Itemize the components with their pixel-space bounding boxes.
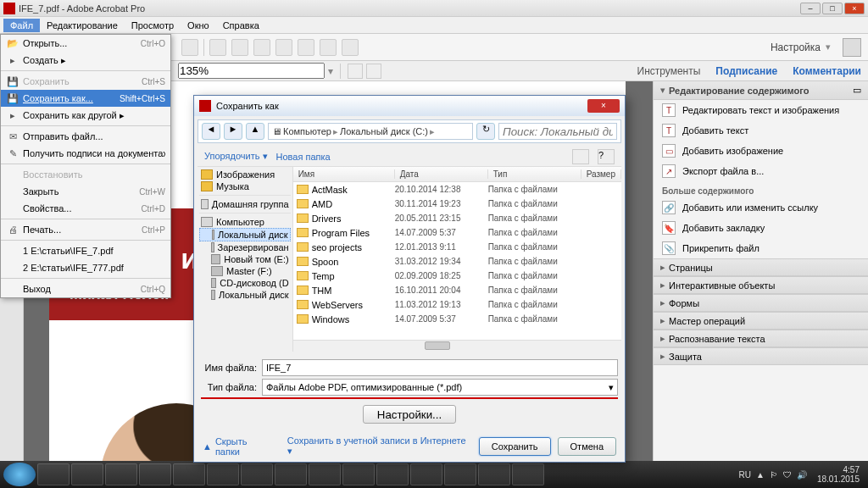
start-button[interactable] xyxy=(3,463,36,486)
sidebar-item[interactable]: Музыка xyxy=(199,180,291,192)
col-name[interactable]: Имя xyxy=(293,169,395,179)
panel-section[interactable]: ▸Распознавание текста xyxy=(654,330,868,347)
task-item[interactable] xyxy=(478,463,510,485)
panel-section[interactable]: ▸Мастер операций xyxy=(654,312,868,330)
menu-file[interactable]: Файл xyxy=(3,19,40,32)
file-menu-item[interactable]: Свойства... Ctrl+D xyxy=(1,200,170,217)
viewmode-button[interactable] xyxy=(572,149,589,164)
task-item[interactable] xyxy=(71,463,103,485)
store-online-link[interactable]: Сохранить в учетной записи в Интернете ▾ xyxy=(287,435,472,457)
tab-comments[interactable]: Комментарии xyxy=(793,65,861,77)
panel-section[interactable]: ▸Формы xyxy=(654,294,868,312)
view-mode-icon[interactable] xyxy=(348,64,363,79)
file-row[interactable]: Temp02.09.2009 18:25Папка с файлами xyxy=(293,269,621,283)
tool-open-icon[interactable] xyxy=(181,39,198,56)
newfolder-button[interactable]: Новая папка xyxy=(276,152,331,162)
sidebar-drive[interactable]: Новый том (E:) xyxy=(199,253,291,265)
refresh-button[interactable]: ↻ xyxy=(476,123,495,140)
help-button[interactable]: ? xyxy=(598,149,615,164)
tool-search-icon[interactable] xyxy=(231,39,248,56)
tray-lang[interactable]: RU xyxy=(739,470,751,480)
tool-text-icon[interactable] xyxy=(298,39,314,56)
menu-help[interactable]: Справка xyxy=(216,19,266,32)
file-row[interactable]: Program Files14.07.2009 5:37Папка с файл… xyxy=(293,225,621,240)
nav-up-button[interactable]: ▲ xyxy=(246,123,264,140)
organize-button[interactable]: Упорядочить ▾ xyxy=(204,151,268,162)
breadcrumb[interactable]: 🖥 Компьютер▸ Локальный диск (C:)▸ xyxy=(268,123,473,140)
panel-action[interactable]: ↗ Экспорт файла в... xyxy=(654,161,868,181)
file-menu-item[interactable]: 💾 Сохранить как... Shift+Ctrl+S xyxy=(1,90,170,107)
tool-export-icon[interactable] xyxy=(253,39,270,56)
save-button[interactable]: Сохранить xyxy=(479,437,551,456)
task-item[interactable] xyxy=(275,463,307,485)
sidebar-drive[interactable]: Локальный диск xyxy=(199,289,291,301)
task-item[interactable] xyxy=(139,463,171,485)
tray-clock[interactable]: 4:5718.01.2015 xyxy=(812,465,865,484)
tray-icon[interactable]: 🛡 xyxy=(783,470,792,480)
panel-action[interactable]: 🔗 Добавить или изменить ссылку xyxy=(654,197,868,218)
panel-action[interactable]: T Редактировать текст и изображения xyxy=(654,100,868,120)
nav-fwd-button[interactable]: ► xyxy=(224,123,242,140)
panel-action[interactable]: T Добавить текст xyxy=(654,120,868,141)
task-item[interactable] xyxy=(309,463,341,485)
minimize-button[interactable]: – xyxy=(800,3,821,14)
file-row[interactable]: AMD30.11.2014 19:23Папка с файлами xyxy=(293,197,621,211)
zoom-input[interactable] xyxy=(178,63,325,79)
menu-view[interactable]: Просмотр xyxy=(125,19,181,32)
file-row[interactable]: seo projects12.01.2013 9:11Папка с файла… xyxy=(293,240,621,254)
panel-section[interactable]: ▸Страницы xyxy=(654,258,868,276)
expand-button[interactable] xyxy=(843,38,861,57)
view-mode2-icon[interactable] xyxy=(366,64,381,79)
file-menu-item[interactable]: 1 E:\статьи\IFE_7.pdf xyxy=(1,242,170,259)
cancel-button[interactable]: Отмена xyxy=(558,437,616,456)
sidebar-drive[interactable]: Master (F:) xyxy=(199,265,291,277)
task-item[interactable] xyxy=(173,463,205,485)
filename-input[interactable] xyxy=(262,359,618,376)
panel-section[interactable]: ▸Интерактивные объекты xyxy=(654,276,868,294)
tray-icon[interactable]: ▲ xyxy=(756,470,765,480)
file-menu-item[interactable]: ✉ Отправить файл... xyxy=(1,128,170,145)
col-size[interactable]: Размер xyxy=(581,169,621,179)
file-menu-item[interactable]: ▸ Сохранить как другой ▸ xyxy=(1,107,170,124)
sidebar-item[interactable]: Компьютер xyxy=(199,216,291,228)
file-menu-item[interactable]: Закрыть Ctrl+W xyxy=(1,183,170,200)
tool-image-icon[interactable] xyxy=(320,39,337,56)
sidebar-drive[interactable]: Зарезервирован xyxy=(199,241,291,253)
task-item[interactable] xyxy=(105,463,137,485)
panel-section[interactable]: ▸Защита xyxy=(654,347,868,365)
sidebar-drive[interactable]: Локальный диск xyxy=(199,228,291,241)
task-item[interactable] xyxy=(241,463,273,485)
panel-action[interactable]: 📎 Прикрепить файл xyxy=(654,238,868,258)
file-menu-item[interactable]: Выход Ctrl+Q xyxy=(1,280,170,297)
panel-action[interactable]: 🔖 Добавить закладку xyxy=(654,218,868,238)
maximize-button[interactable]: □ xyxy=(822,3,843,14)
task-item[interactable] xyxy=(342,463,375,485)
file-row[interactable]: THM16.10.2011 20:04Папка с файлами xyxy=(293,283,621,297)
menu-window[interactable]: Окно xyxy=(181,19,216,32)
file-row[interactable]: WebServers11.03.2012 19:13Папка с файлам… xyxy=(293,297,621,312)
file-row[interactable]: ActMask20.10.2014 12:38Папка с файлами xyxy=(293,182,621,197)
search-input[interactable] xyxy=(498,123,617,140)
tab-tools[interactable]: Инструменты xyxy=(637,65,701,77)
file-row[interactable]: Windows14.07.2009 5:37Папка с файлами xyxy=(293,312,621,326)
task-item[interactable] xyxy=(207,463,239,485)
col-date[interactable]: Дата xyxy=(395,169,488,179)
task-item[interactable] xyxy=(376,463,409,485)
tool-mail-icon[interactable] xyxy=(209,39,226,56)
menu-edit[interactable]: Редактирование xyxy=(40,19,125,32)
file-menu-item[interactable]: ▸ Создать ▸ xyxy=(1,52,170,69)
customize-link[interactable]: Настройка xyxy=(771,42,821,53)
file-row[interactable]: Drivers20.05.2011 23:15Папка с файлами xyxy=(293,211,621,225)
tool-pdf-icon[interactable] xyxy=(342,39,359,56)
task-item[interactable] xyxy=(444,463,476,485)
nav-back-button[interactable]: ◄ xyxy=(202,123,220,140)
sidebar-item[interactable]: Домашняя группа xyxy=(199,198,291,210)
file-menu-item[interactable]: 2 E:\статьи\IFE_777.pdf xyxy=(1,259,170,276)
h-scrollbar[interactable] xyxy=(293,340,621,352)
hide-folders-toggle[interactable]: ▲ Скрыть папки xyxy=(203,436,274,457)
tray-icon[interactable]: 🏳 xyxy=(770,470,778,480)
file-row[interactable]: Spoon31.03.2012 19:34Папка с файлами xyxy=(293,254,621,269)
panel-action[interactable]: ▭ Добавить изображение xyxy=(654,141,868,161)
sidebar-drive[interactable]: CD-дисковод (D xyxy=(199,277,291,289)
tray-icon[interactable]: 🔊 xyxy=(797,470,807,480)
